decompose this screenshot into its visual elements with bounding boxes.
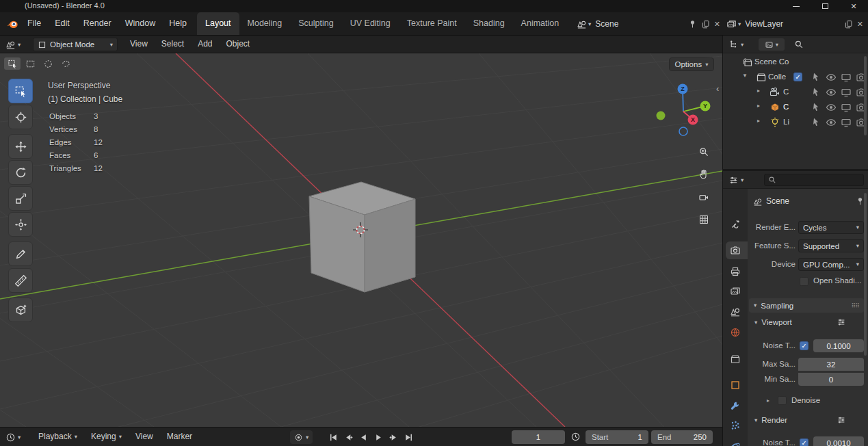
hide-viewport-eye-icon[interactable] [826,87,837,98]
tab-output-icon[interactable] [730,266,741,277]
search-icon[interactable] [794,40,804,49]
outliner-row-scene-collection[interactable]: Scene Co [723,55,868,70]
gizmo-y-neg-axis[interactable] [657,112,666,120]
tab-uv-editing[interactable]: UV Editing [342,12,399,35]
select-lasso-button[interactable] [57,57,74,70]
timeline-editor-type-button[interactable]: ▾ [5,430,21,444]
preset-list-icon[interactable] [837,415,846,425]
remove-viewlayer-icon[interactable]: ✕ [857,20,863,29]
noise-threshold-field[interactable]: 0.1000 [813,339,864,352]
row-label[interactable]: Scene Co [754,57,789,66]
tab-animation[interactable]: Animation [513,12,568,35]
device-dropdown[interactable]: GPU Comp... ▾ [798,258,864,271]
jump-to-end-button[interactable] [401,430,416,444]
scene-name[interactable]: Scene [595,19,618,29]
tab-object-icon[interactable] [730,380,741,391]
editor-type-button[interactable]: ▾ [5,38,21,51]
tool-transform-button[interactable] [8,212,33,237]
tab-sculpting[interactable]: Sculpting [290,12,341,35]
tab-scene-icon[interactable] [730,306,741,317]
tab-world-icon[interactable] [730,327,741,338]
menu-object[interactable]: Object [220,36,257,53]
outliner-scrollbar[interactable] [864,56,867,135]
tool-cursor-button[interactable] [8,105,33,129]
search-input[interactable] [780,176,848,184]
tool-annotate-button[interactable] [8,241,33,266]
tool-select-box-button[interactable] [8,79,33,103]
blender-logo-icon[interactable] [6,18,18,30]
open-shading-checkbox[interactable] [800,277,808,286]
render-subsection-header[interactable]: ▾ Render [754,416,787,424]
new-scene-icon[interactable] [701,20,710,29]
disable-viewport-monitor-icon[interactable] [841,72,852,83]
pan-button[interactable] [698,168,710,181]
browse-scene-button[interactable]: ▾ [577,19,591,29]
tab-render-icon[interactable] [730,245,741,256]
max-samples-field[interactable]: 32 [798,358,864,371]
disable-viewport-monitor-icon[interactable] [841,87,852,98]
prev-keyframe-button[interactable] [341,430,356,444]
menu-render[interactable]: Render [77,12,118,35]
row-label[interactable]: C [783,103,789,111]
viewlayer-name[interactable]: ViewLayer [745,19,783,29]
menu-add[interactable]: Add [191,36,219,53]
row-label[interactable]: Colle [768,73,786,81]
select-box-button[interactable] [22,57,38,70]
disclosure-closed-icon[interactable]: ▸ [757,88,760,94]
preset-list-icon[interactable] [837,317,846,327]
tool-measure-button[interactable] [8,268,33,293]
maximize-button[interactable] [811,0,839,12]
tab-modeling[interactable]: Modeling [239,12,291,35]
properties-scrollbar[interactable] [864,193,867,356]
hide-viewport-eye-icon[interactable] [826,102,837,113]
end-frame-field[interactable]: End 250 [651,430,713,444]
properties-editor-type-button[interactable]: ▾ [728,173,744,187]
tab-layout[interactable]: Layout [197,12,239,35]
feature-set-dropdown[interactable]: Supported ▾ [798,239,864,252]
use-preview-range-button[interactable] [570,432,581,442]
selectable-toggle-icon[interactable] [811,102,821,113]
jump-to-start-button[interactable] [326,430,341,444]
menu-marker[interactable]: Marker [160,428,199,446]
new-viewlayer-icon[interactable] [844,20,853,29]
breadcrumb[interactable]: Scene [766,196,789,206]
close-button[interactable]: ✕ [839,0,868,12]
outliner-row-collection[interactable]: ▼ Colle ✓ [723,70,868,85]
tool-rotate-button[interactable] [8,160,33,185]
unlink-scene-icon[interactable]: ✕ [714,20,720,29]
selectable-toggle-icon[interactable] [811,117,821,128]
select-circle-button[interactable] [40,57,56,70]
menu-view[interactable]: View [123,36,155,53]
camera-view-button[interactable] [698,191,710,203]
sampling-section-header[interactable]: ▾ Sampling ⠿⠿ [749,298,864,313]
menu-playback[interactable]: Playback▾ [31,428,84,446]
play-reverse-button[interactable] [356,430,371,444]
minimize-button[interactable] [782,0,811,12]
tab-physics-icon[interactable] [730,441,741,446]
auto-key-button[interactable]: ▾ [290,430,313,444]
sidebar-collapse-arrow[interactable]: ‹ [716,83,719,94]
denoise-checkbox[interactable] [778,396,787,405]
tool-scale-button[interactable] [8,186,33,211]
menu-select[interactable]: Select [155,36,191,53]
disclosure-closed-icon[interactable]: ▸ [757,103,760,109]
menu-window[interactable]: Window [118,12,162,35]
tab-view-layer-icon[interactable] [730,286,741,297]
ortho-toggle-button[interactable] [698,213,710,226]
disable-viewport-monitor-icon[interactable] [841,102,852,113]
properties-search[interactable] [764,174,864,186]
outliner-editor-type-button[interactable]: ▾ [728,38,744,51]
tab-shading[interactable]: Shading [465,12,513,35]
next-keyframe-button[interactable] [386,430,401,444]
zoom-button[interactable] [698,146,710,158]
navigation-gizmo[interactable]: Z Y X [651,75,714,138]
menu-help[interactable]: Help [162,12,194,35]
viewport-3d[interactable]: Options ▾ User Perspective (1) Collectio… [0,53,722,427]
menu-file[interactable]: File [21,12,48,35]
collection-checkbox[interactable]: ✓ [793,73,802,81]
play-button[interactable] [371,430,386,444]
tab-tool-icon[interactable] [730,219,741,230]
hide-viewport-eye-icon[interactable] [826,117,837,128]
pin-icon[interactable] [688,20,697,29]
row-label[interactable]: C [783,88,789,96]
